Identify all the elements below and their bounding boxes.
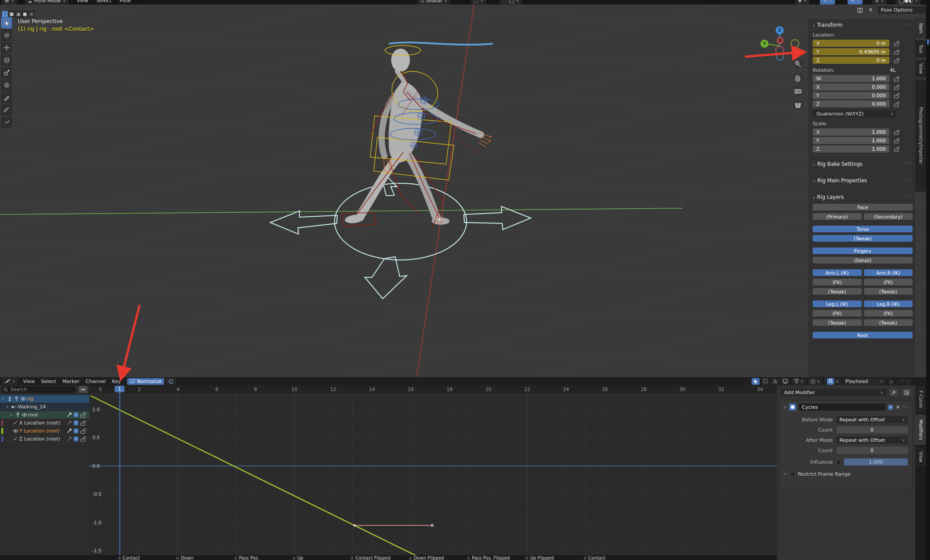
- tool-measure[interactable]: [1, 104, 12, 116]
- tab-view[interactable]: View: [915, 60, 926, 78]
- channel-y-location[interactable]: Y Location (root)✓: [0, 427, 89, 435]
- lock-icon[interactable]: [894, 129, 900, 135]
- normalize-toggle[interactable]: Normalize: [127, 378, 164, 385]
- pose-marker[interactable]: △Up Flipped: [525, 556, 554, 560]
- xray-button[interactable]: ∧∨: [872, 0, 887, 4]
- pivot-dropdown-graph[interactable]: Playhead∨: [843, 378, 886, 385]
- transform-field-x[interactable]: X0.000: [813, 83, 889, 91]
- transform-field-y[interactable]: Y0.000: [813, 92, 889, 99]
- transform-field-x[interactable]: X1.000: [813, 128, 889, 136]
- mode-dropdown[interactable]: Pose Mode∨: [25, 0, 69, 4]
- pin-icon[interactable]: [13, 396, 19, 401]
- lock-icon[interactable]: [894, 41, 900, 46]
- topbar-menu-pose[interactable]: Pose: [120, 0, 131, 4]
- transform-panel-header[interactable]: ∨ Transform: [813, 22, 843, 28]
- transform-field-z[interactable]: Z0 m: [813, 57, 889, 64]
- rig-layer-button[interactable]: Leg.L (IK): [813, 301, 862, 307]
- pose-marker[interactable]: △Down: [176, 556, 194, 560]
- rig-layer-button[interactable]: Root: [813, 332, 913, 338]
- transform-field-z[interactable]: Z0.000: [813, 100, 889, 107]
- filter-expand-button[interactable]: ↔: [79, 386, 87, 393]
- rig-layer-button[interactable]: Fingers: [813, 247, 913, 254]
- tool-rotate[interactable]: [1, 54, 12, 66]
- rig-layer-button[interactable]: (Tweak): [813, 319, 862, 326]
- lock-icon[interactable]: [894, 138, 900, 144]
- paste-modifier-button[interactable]: [902, 389, 911, 396]
- modifier-delete-button[interactable]: ✕: [896, 404, 900, 410]
- influence-checkbox[interactable]: [836, 460, 841, 465]
- transform-field-w[interactable]: W1.000: [813, 75, 889, 82]
- marker-strip[interactable]: △Contact△Down△Pass Pos.△Up△Contact Flipp…: [0, 555, 777, 560]
- topbar-menu-view[interactable]: View: [77, 0, 88, 4]
- rig-layer-button[interactable]: (FK): [864, 310, 913, 317]
- restrict-frame-range-row[interactable]: > Restrict Frame Range: [780, 469, 912, 480]
- channel-object-rig[interactable]: ∨rig: [0, 395, 89, 403]
- rig-layer-button[interactable]: Face: [813, 204, 913, 210]
- rotation-mode-dropdown[interactable]: Quaternion (WXYZ)∨: [813, 110, 897, 117]
- rig-layer-button[interactable]: (Tweak): [813, 235, 913, 242]
- pose-marker[interactable]: △Pass Pos.: [235, 556, 260, 560]
- channel-enable-checkbox[interactable]: ✓: [74, 420, 79, 425]
- channel-enable-checkbox[interactable]: ✓: [74, 436, 79, 441]
- channel-search-input[interactable]: Search: [1, 386, 76, 393]
- select-mode-circle[interactable]: [15, 11, 21, 18]
- lock-icon[interactable]: [894, 101, 900, 107]
- eye-icon[interactable]: [21, 413, 27, 417]
- proportional-edit-dropdown[interactable]: ∨: [808, 378, 823, 385]
- tool-cursor[interactable]: [1, 29, 12, 41]
- channel-action[interactable]: ∨◆◇Walking_24: [0, 403, 89, 411]
- lock-icon[interactable]: [894, 84, 900, 90]
- box-select-icon-button[interactable]: [761, 378, 769, 385]
- rig-layer-button[interactable]: Arm.R (IK): [864, 269, 913, 276]
- wrench-icon[interactable]: [67, 420, 72, 425]
- tab-photogrammetry[interactable]: PhotogrammetryImporter: [915, 79, 926, 192]
- rig-layers-panel[interactable]: ∨ Rig Layers∷∷: [813, 192, 911, 204]
- modifier-drag-dots[interactable]: ∷∷: [903, 405, 909, 409]
- tab-view-graph[interactable]: View: [915, 448, 926, 466]
- keyframe-point[interactable]: [353, 524, 355, 527]
- cursor-tool-button[interactable]: [752, 378, 760, 385]
- rig-layer-button[interactable]: Arm.L (IK): [813, 269, 862, 276]
- tab-fcurve[interactable]: F-Curve: [915, 386, 926, 412]
- rig-layer-button[interactable]: (Secondary): [864, 213, 913, 220]
- select-mode-lasso[interactable]: [22, 11, 28, 18]
- axis-filter-button[interactable]: X: [866, 7, 875, 13]
- character-mesh[interactable]: [344, 49, 481, 225]
- modifier-name-field[interactable]: Cycles: [799, 404, 885, 411]
- rig-layer-button[interactable]: Torso: [813, 226, 913, 232]
- lock-icon[interactable]: [894, 93, 900, 99]
- transform-field-z[interactable]: Z1.000: [813, 145, 889, 152]
- tab-item[interactable]: Item: [915, 18, 926, 38]
- eye-icon[interactable]: [20, 397, 26, 401]
- panel-drag-dots[interactable]: ∷∷: [905, 23, 911, 27]
- expand-caret-icon[interactable]: ∨: [4, 405, 10, 409]
- viewport-3d[interactable]: Z Y X: [0, 4, 930, 377]
- proportional-edit-button[interactable]: ▼∨: [795, 0, 810, 4]
- graph-menu-channel[interactable]: Channel: [86, 379, 106, 384]
- modifier-expand-caret[interactable]: ∨: [784, 405, 786, 409]
- orientation-dropdown[interactable]: ⤭ Global∨: [417, 0, 450, 4]
- rig-layer-button[interactable]: (FK): [864, 279, 913, 285]
- viewport-nav-buttons[interactable]: [793, 59, 803, 110]
- tool-scale[interactable]: [1, 67, 12, 78]
- rotate-options-button[interactable]: ⟲∨: [847, 0, 863, 4]
- topbar-menu-select[interactable]: Select: [96, 0, 112, 4]
- graph-menu-marker[interactable]: Marker: [62, 379, 79, 384]
- falloff-dropdown[interactable]: ∨: [897, 378, 912, 385]
- current-frame-indicator[interactable]: 1: [115, 386, 124, 392]
- tool-extra[interactable]: [1, 117, 12, 128]
- tool-transform[interactable]: [1, 79, 12, 91]
- snap-toggle[interactable]: ∿∨: [820, 0, 835, 4]
- pose-marker[interactable]: △Contact: [118, 556, 140, 560]
- channel-z-location[interactable]: Z Location (root)✓: [0, 435, 89, 443]
- pose-marker[interactable]: △Pass Pos. Flipped: [467, 556, 510, 560]
- filter-dropdown[interactable]: ∨: [791, 378, 806, 385]
- navigation-gizmo[interactable]: Z Y X: [761, 26, 799, 60]
- expand-caret-icon[interactable]: ∨: [8, 413, 14, 417]
- channel-x-location[interactable]: X Location (root)✓: [0, 419, 89, 427]
- modifier-dropdown[interactable]: Repeat with Offset∨: [836, 436, 908, 444]
- pose-marker[interactable]: △Contact Flipped: [351, 556, 391, 560]
- lock-icon[interactable]: [80, 420, 87, 426]
- wrench-icon[interactable]: [67, 436, 72, 441]
- modifier-dropdown[interactable]: Repeat with Offset∨: [836, 416, 908, 423]
